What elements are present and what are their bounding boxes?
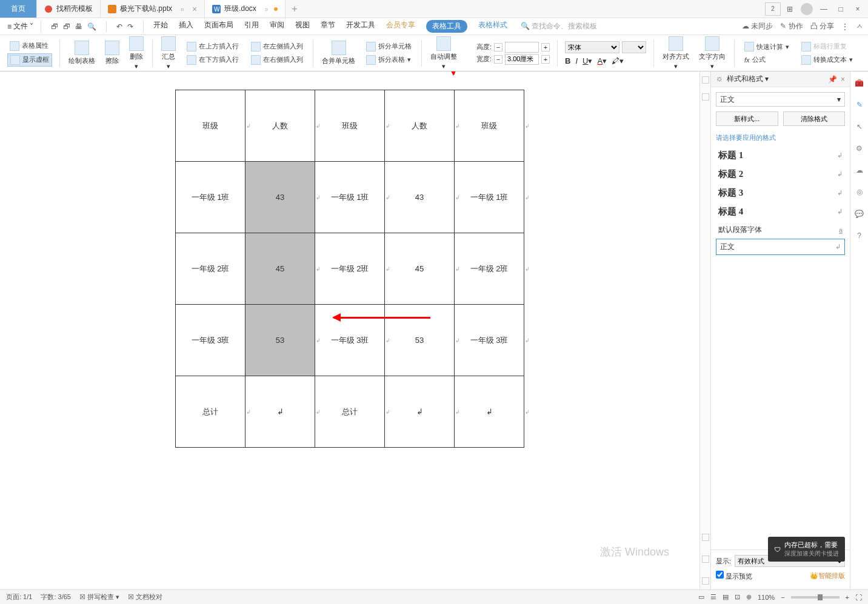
view-read-icon[interactable]: ⊡: [735, 593, 740, 601]
proof-read[interactable]: ☒ 文档校对: [128, 592, 162, 602]
gutter-icon[interactable]: [702, 93, 709, 101]
font-size-select[interactable]: [622, 41, 646, 53]
cloud-icon[interactable]: ☁: [854, 165, 865, 176]
cell-r4c4[interactable]: ↲↲: [385, 376, 455, 448]
erase-button[interactable]: 擦除: [101, 39, 123, 67]
undo-icon[interactable]: ↶: [116, 22, 122, 31]
tab-member[interactable]: 会员专享: [386, 20, 415, 33]
toolbox-icon[interactable]: 🧰: [854, 78, 865, 88]
document-area[interactable]: 班级↲ 人数↲ 班级↲ 人数↲ 班级↲ 一年级 1班↲ 43↲ 一年级 1班↲ …: [0, 71, 699, 589]
smart-layout-link[interactable]: 👑智能排版: [810, 571, 845, 580]
cell-r3c2[interactable]: 53↲: [245, 305, 315, 376]
zoom-fit-icon[interactable]: ⊕: [746, 593, 752, 601]
file-menu[interactable]: ≡ 文件 ˅: [5, 20, 36, 33]
insert-top-button[interactable]: 在上方插入行: [184, 41, 241, 53]
workspace-button[interactable]: 2: [765, 2, 781, 16]
more-icon[interactable]: ⋮: [841, 22, 849, 31]
formula-button[interactable]: fx 公式: [742, 54, 792, 65]
cell-r1c3[interactable]: 一年级 1班↲: [315, 162, 385, 233]
tab-menu-icon[interactable]: ▫: [265, 4, 268, 14]
to-text-button[interactable]: 转换成文本▾: [799, 54, 855, 66]
style-h3[interactable]: 标题 3↲: [716, 184, 845, 202]
style-default-font[interactable]: 默认段落字体a: [716, 221, 845, 239]
zoom-out-button[interactable]: −: [781, 594, 784, 601]
split-cell-button[interactable]: 拆分单元格: [364, 41, 414, 53]
minimize-button[interactable]: —: [816, 2, 832, 16]
autofit-button[interactable]: 自动调整▾: [427, 35, 461, 71]
style-h1[interactable]: 标题 1↲: [716, 146, 845, 165]
tab-pptx[interactable]: 极光下载站.pptx ▫ ×: [101, 0, 205, 18]
tab-home[interactable]: 首页: [0, 0, 37, 18]
cell-r1c5[interactable]: 一年级 1班↲: [455, 162, 524, 233]
fullscreen-icon[interactable]: ⛶: [855, 594, 862, 601]
avatar[interactable]: [799, 2, 815, 16]
zoom-in-button[interactable]: +: [846, 594, 849, 601]
align-button[interactable]: 对齐方式▾: [659, 35, 693, 71]
cell-r2c3[interactable]: 一年级 2班↲: [315, 233, 385, 305]
draw-table-button[interactable]: 绘制表格: [65, 39, 99, 67]
location-icon[interactable]: ◎: [854, 187, 865, 197]
tab-docx[interactable]: W 班级.docx ▫: [205, 0, 285, 18]
class-table[interactable]: 班级↲ 人数↲ 班级↲ 人数↲ 班级↲ 一年级 1班↲ 43↲ 一年级 1班↲ …: [175, 90, 524, 448]
chat-icon[interactable]: 💬: [854, 208, 865, 219]
close-icon[interactable]: ×: [841, 75, 845, 84]
height-minus-button[interactable]: −: [494, 43, 502, 51]
cell-r2c2[interactable]: 45↲: [245, 233, 315, 305]
title-repeat-button[interactable]: 标题行重复: [799, 41, 855, 53]
coop-button[interactable]: ✎ 协作: [780, 21, 803, 32]
height-plus-button[interactable]: +: [541, 43, 550, 51]
quick-calc-button[interactable]: 快速计算▾: [742, 41, 792, 53]
tab-start[interactable]: 开始: [153, 20, 168, 33]
view-outline-icon[interactable]: ▤: [723, 593, 729, 601]
cell-r1c1[interactable]: 一年级 1班↲: [176, 162, 245, 233]
style-body[interactable]: 正文↲: [716, 239, 845, 255]
print-icon[interactable]: 🖶: [75, 22, 82, 31]
pin-icon[interactable]: 📌: [828, 75, 837, 84]
tab-insert[interactable]: 插入: [179, 20, 193, 33]
panel-settings-icon[interactable]: ⛭: [716, 75, 723, 84]
bold-button[interactable]: B: [565, 56, 570, 65]
summary-button[interactable]: 汇总▾: [158, 35, 179, 71]
cell-r2c4[interactable]: 45↲: [385, 233, 455, 305]
page-indicator[interactable]: 页面: 1/1: [6, 592, 32, 602]
cell-r3c5[interactable]: 一年级 3班↲: [455, 305, 524, 376]
merge-cell-button[interactable]: 合并单元格: [318, 39, 359, 67]
highlight-button[interactable]: 🖍▾: [612, 56, 624, 65]
word-count[interactable]: 字数: 3/65: [41, 592, 71, 602]
search-input[interactable]: 🔍 查找命令、搜索模板: [521, 21, 597, 32]
show-dashed-button[interactable]: 显示虚框: [7, 53, 52, 67]
apps-icon[interactable]: ⊞: [782, 2, 798, 16]
cell-r1c4[interactable]: 43↲: [385, 162, 455, 233]
clear-format-button[interactable]: 清除格式: [783, 111, 846, 126]
current-style-select[interactable]: 正文▾: [716, 92, 845, 107]
italic-button[interactable]: I: [575, 56, 578, 65]
memory-warning[interactable]: 🛡 内存已超标，需要 深度加速关闭卡慢进: [768, 537, 845, 562]
new-style-button[interactable]: 新样式...: [716, 111, 778, 126]
underline-button[interactable]: U▾: [583, 56, 592, 65]
cell-r3c1[interactable]: 一年级 3班↲: [176, 305, 245, 376]
cell-r2c5[interactable]: 一年级 2班↲: [455, 233, 524, 305]
font-select[interactable]: 宋体: [565, 41, 619, 53]
cell-r4c1[interactable]: 总计↲: [176, 376, 245, 448]
tab-menu-icon[interactable]: ▫: [181, 4, 184, 14]
spell-check[interactable]: ☒ 拼写检查 ▾: [79, 592, 119, 602]
zoom-slider[interactable]: [791, 596, 840, 599]
tab-reference[interactable]: 引用: [244, 20, 259, 33]
tab-chapter[interactable]: 章节: [321, 20, 335, 33]
redo-icon[interactable]: ↷: [127, 22, 133, 31]
insert-bottom-button[interactable]: 在下方插入行: [184, 54, 241, 66]
tab-templates[interactable]: 找稻壳模板: [37, 0, 101, 18]
tab-table-style[interactable]: 表格样式: [478, 20, 507, 33]
cell-h3[interactable]: 班级↲: [315, 90, 385, 162]
cell-r2c1[interactable]: 一年级 2班↲: [176, 233, 245, 305]
style-icon[interactable]: ✎: [854, 99, 865, 110]
share-button[interactable]: 凸 分享: [810, 21, 834, 32]
settings-icon[interactable]: ⚙: [854, 143, 865, 154]
sync-button[interactable]: ☁ 未同步: [742, 21, 773, 32]
style-h4[interactable]: 标题 4↲: [716, 202, 845, 221]
cell-h5[interactable]: 班级↲: [455, 90, 524, 162]
table-attr-button[interactable]: 表格属性: [7, 40, 52, 52]
width-plus-button[interactable]: +: [541, 55, 550, 64]
gutter-icon[interactable]: [702, 76, 709, 84]
tab-table-tools[interactable]: 表格工具: [426, 20, 467, 33]
